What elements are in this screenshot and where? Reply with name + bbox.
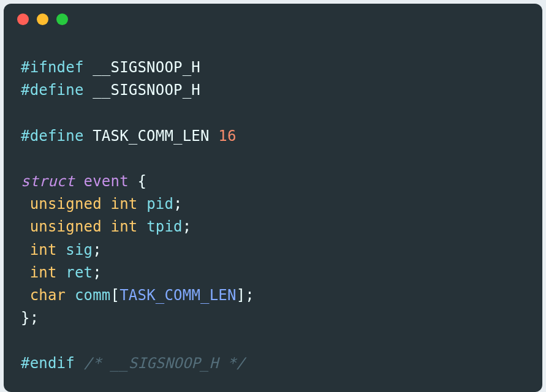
variable: tpid bbox=[146, 218, 183, 235]
type: int bbox=[111, 218, 138, 235]
type: unsigned bbox=[30, 218, 102, 235]
code-line: #define TASK_COMM_LEN 16 bbox=[21, 127, 237, 145]
semicolon: ; bbox=[93, 241, 102, 258]
preprocessor-directive: #define bbox=[21, 81, 84, 99]
window-titlebar bbox=[4, 4, 542, 34]
preprocessor-directive: #define bbox=[21, 127, 84, 145]
code-line: char comm[TASK_COMM_LEN]; bbox=[21, 287, 254, 304]
brace-open: { bbox=[137, 173, 146, 190]
macro-name: __SIGSNOOP_H bbox=[93, 81, 200, 99]
zoom-icon[interactable] bbox=[56, 13, 68, 25]
code-line: int ret; bbox=[21, 264, 102, 281]
type: unsigned bbox=[30, 195, 102, 213]
close-icon[interactable] bbox=[17, 13, 29, 25]
indent bbox=[21, 264, 30, 281]
preprocessor-directive: #endif bbox=[21, 355, 75, 372]
bracket-open: [ bbox=[111, 287, 120, 304]
variable: ret bbox=[66, 264, 93, 281]
indent bbox=[21, 195, 30, 213]
number-literal: 16 bbox=[218, 127, 236, 145]
code-window: #ifndef __SIGSNOOP_H #define __SIGSNOOP_… bbox=[4, 4, 542, 392]
semicolon: ; bbox=[245, 287, 254, 304]
code-line: int sig; bbox=[21, 241, 102, 258]
code-line: }; bbox=[21, 309, 39, 326]
bracket-close: ] bbox=[237, 287, 246, 304]
variable: pid bbox=[146, 195, 173, 213]
indent bbox=[21, 218, 30, 235]
semicolon: ; bbox=[93, 264, 102, 281]
brace-close: }; bbox=[21, 309, 39, 326]
code-line: unsigned int pid; bbox=[21, 195, 183, 213]
minimize-icon[interactable] bbox=[37, 13, 48, 25]
variable: comm bbox=[75, 287, 111, 304]
code-line: #define __SIGSNOOP_H bbox=[21, 81, 200, 99]
semicolon: ; bbox=[183, 218, 192, 235]
macro-name: __SIGSNOOP_H bbox=[93, 59, 200, 76]
comment: /* __SIGSNOOP_H */ bbox=[84, 355, 246, 372]
indent bbox=[21, 287, 30, 304]
variable: sig bbox=[66, 241, 93, 258]
struct-name: event bbox=[84, 173, 129, 190]
type: int bbox=[30, 241, 57, 258]
semicolon: ; bbox=[173, 195, 183, 213]
preprocessor-directive: #ifndef bbox=[21, 59, 84, 76]
code-line: unsigned int tpid; bbox=[21, 218, 191, 235]
type: int bbox=[111, 195, 138, 213]
code-line: #endif /* __SIGSNOOP_H */ bbox=[21, 355, 245, 372]
code-line: struct event { bbox=[21, 173, 146, 190]
constant: TASK_COMM_LEN bbox=[119, 287, 236, 304]
type: char bbox=[30, 287, 66, 304]
keyword-struct: struct bbox=[21, 173, 75, 190]
code-line: #ifndef __SIGSNOOP_H bbox=[21, 59, 200, 76]
indent bbox=[21, 241, 30, 258]
macro-name: TASK_COMM_LEN bbox=[93, 127, 209, 145]
type: int bbox=[30, 264, 57, 281]
code-block: #ifndef __SIGSNOOP_H #define __SIGSNOOP_… bbox=[4, 34, 542, 375]
